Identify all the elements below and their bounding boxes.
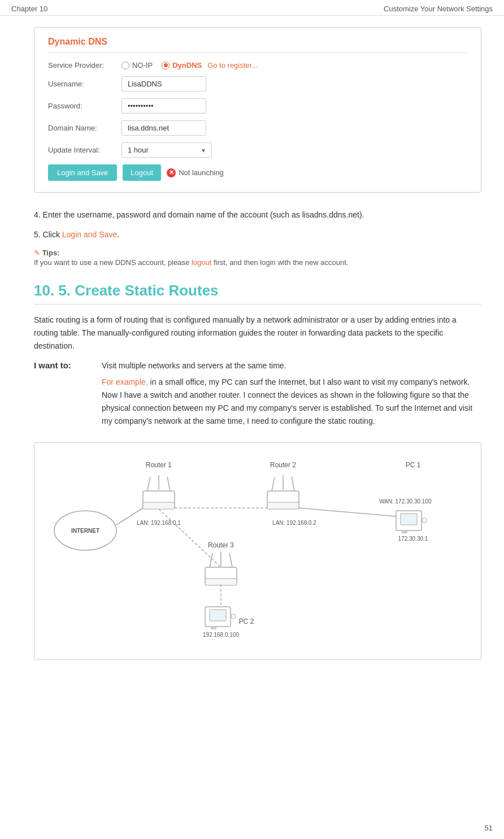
dns-box: Dynamic DNS Service Provider: NO-IP DynD…: [34, 27, 481, 193]
update-select[interactable]: 1 hour: [121, 142, 212, 158]
username-value: [121, 76, 206, 92]
router1-label: Router 1: [146, 461, 172, 469]
service-provider-label: Service Provider:: [48, 61, 121, 69]
dyndns-label: DynDNS: [172, 61, 202, 69]
lan1-label: LAN: 192.168.0.1: [137, 520, 181, 526]
domain-input[interactable]: [121, 120, 206, 136]
noip-label: NO-IP: [132, 61, 153, 69]
password-row: Password:: [48, 98, 467, 114]
tips-text-before: If you want to use a new DDNS account, p…: [34, 258, 192, 267]
internet-label: INTERNET: [71, 528, 99, 534]
logout-button[interactable]: Logout: [123, 164, 161, 181]
pc2-ip-label: 192.168.0.100: [203, 632, 239, 638]
iwantto-example: For example, in a small office, my PC ca…: [102, 376, 481, 428]
svg-line-12: [299, 508, 396, 516]
service-provider-value: NO-IP DynDNS Go to register...: [121, 61, 258, 69]
dns-title: Dynamic DNS: [48, 37, 467, 53]
section-intro: Static routing is a form of routing that…: [34, 314, 481, 353]
lan2-label: LAN: 192.168.0.2: [272, 520, 316, 526]
pencil-icon: ✎: [34, 249, 42, 257]
step5-prefix: 5. Click: [34, 230, 62, 239]
svg-rect-15: [402, 531, 407, 533]
svg-line-23: [159, 509, 221, 567]
svg-point-28: [231, 614, 236, 619]
svg-rect-27: [211, 627, 216, 629]
username-row: Username:: [48, 76, 467, 92]
update-label: Update Interval:: [48, 146, 121, 154]
radio-group: NO-IP DynDNS: [121, 61, 202, 69]
iwantto-block: I want to: Visit multiple networks and s…: [34, 359, 481, 431]
password-label: Password:: [48, 102, 121, 110]
radio-dot: [164, 63, 168, 67]
domain-label: Domain Name:: [48, 124, 121, 132]
diagram-container: Router 1 Router 2 PC 1 INTERNET: [34, 442, 481, 660]
domain-value: [121, 120, 206, 136]
svg-line-1: [147, 477, 150, 491]
section-label: Customize Your Network Settings: [384, 5, 493, 13]
tips-label: Tips:: [42, 249, 60, 257]
chapter-label: Chapter 10: [11, 5, 47, 13]
tips-text: If you want to use a new DDNS account, p…: [34, 257, 481, 268]
router2-label: Router 2: [270, 461, 296, 469]
update-value: 1 hour: [121, 142, 212, 158]
example-text: in a small office, my PC can surf the In…: [102, 377, 472, 425]
iwantto-main: Visit multiple networks and servers at t…: [102, 359, 481, 372]
tips-header: ✎ Tips:: [34, 248, 481, 257]
domain-row: Domain Name:: [48, 120, 467, 136]
svg-line-3: [167, 477, 170, 491]
password-input[interactable]: [121, 98, 206, 114]
router3-label: Router 3: [208, 541, 234, 549]
password-value: [121, 98, 206, 114]
tips-block: ✎ Tips: If you want to use a new DDNS ac…: [34, 248, 481, 268]
noip-radio[interactable]: [121, 62, 129, 69]
login-save-button[interactable]: Login and Save: [48, 164, 117, 181]
dyndns-radio[interactable]: [162, 62, 170, 69]
svg-line-20: [229, 553, 232, 567]
example-prefix: For example,: [102, 377, 148, 386]
dyndns-option[interactable]: DynDNS: [162, 61, 202, 69]
buttons-row: Login and Save Logout ✕ Not launching: [48, 164, 467, 181]
wan-label: WAN: 172.30.30.100: [379, 498, 432, 505]
service-provider-row: Service Provider: NO-IP DynDNS Go to reg…: [48, 61, 467, 69]
tips-text-after: first, and then login with the new accou…: [211, 258, 348, 267]
error-icon: ✕: [167, 168, 176, 177]
svg-line-18: [210, 553, 212, 567]
iwantto-label: I want to:: [34, 359, 90, 431]
svg-point-16: [422, 518, 427, 523]
noip-option[interactable]: NO-IP: [121, 61, 153, 69]
pc2-label: PC 2: [239, 618, 254, 625]
update-row: Update Interval: 1 hour: [48, 142, 467, 158]
logout-link[interactable]: logout: [192, 258, 211, 267]
register-link[interactable]: Go to register...: [207, 61, 258, 69]
page-header: Chapter 10 Customize Your Network Settin…: [0, 0, 504, 16]
pc1-top-label: PC 1: [406, 461, 421, 469]
not-launching-text: Not launching: [179, 168, 224, 177]
update-select-wrapper: 1 hour: [121, 142, 212, 158]
step4-text: 4. Enter the username, password and doma…: [34, 208, 481, 221]
login-save-link[interactable]: Login and Save: [62, 230, 117, 239]
username-label: Username:: [48, 80, 121, 88]
page-number: 51: [485, 824, 493, 832]
svg-rect-26: [210, 610, 226, 621]
section-heading: 10. 5. Create Static Routes: [34, 282, 481, 305]
svg-rect-11: [267, 502, 299, 509]
svg-rect-5: [143, 502, 175, 509]
step5-suffix: .: [117, 230, 119, 239]
svg-rect-14: [401, 514, 417, 525]
username-input[interactable]: [121, 76, 206, 92]
pc1-label: 172.30.30.1: [398, 536, 428, 542]
not-launching-status: ✕ Not launching: [167, 168, 224, 177]
step5-text: 5. Click Login and Save.: [34, 228, 481, 241]
iwantto-content: Visit multiple networks and servers at t…: [102, 359, 481, 431]
network-diagram: Router 1 Router 2 PC 1 INTERNET: [46, 454, 470, 646]
svg-line-9: [292, 477, 294, 491]
svg-line-7: [272, 477, 275, 491]
